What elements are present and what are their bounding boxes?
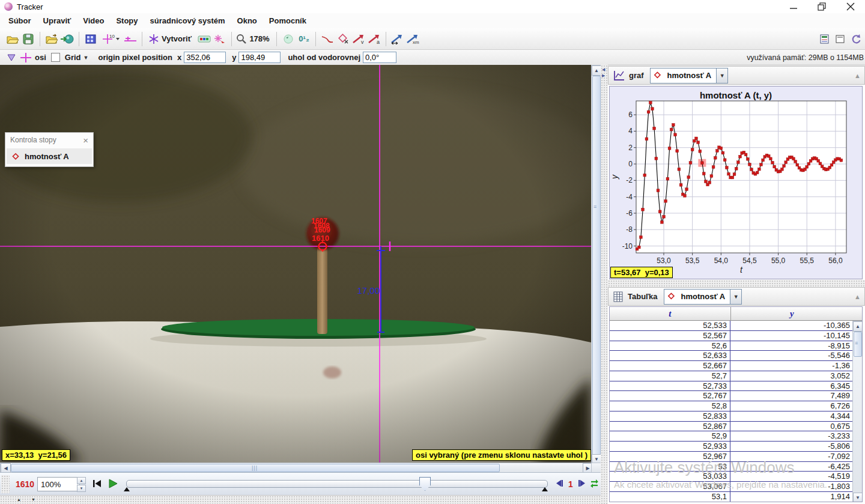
point-mass-visibility-button[interactable]	[281, 31, 296, 47]
table-scroll-thumb[interactable]: ≡	[854, 332, 862, 357]
table-row[interactable]: 52,7336,345	[610, 381, 862, 392]
table-row[interactable]: 52,667-1,36	[610, 361, 862, 371]
scroll-up-arrow[interactable]: ▲	[592, 65, 601, 76]
main-splitter[interactable]: ◀ ▶	[601, 65, 608, 504]
notes-button[interactable]	[817, 31, 833, 47]
bottom-splitter[interactable]: ▲ ▼	[0, 495, 601, 504]
frame-slider-thumb[interactable]	[419, 477, 431, 491]
menu-item-1[interactable]: Upraviť	[37, 14, 77, 27]
grid-dropdown-arrow[interactable]: ▼	[83, 55, 89, 61]
table-row[interactable]: 52,9-3,233	[610, 431, 862, 442]
track-diamond-icon	[653, 71, 665, 80]
menu-item-5[interactable]: Okno	[231, 14, 263, 27]
splitter-collapse-left-arrow[interactable]: ◀	[602, 67, 605, 72]
spinner-down-arrow[interactable]: ▼	[77, 485, 86, 492]
step-back-button[interactable]	[554, 478, 565, 489]
splitter-collapse-right-arrow[interactable]: ▶	[602, 73, 605, 78]
stretch-vectors-button[interactable]	[390, 31, 405, 47]
table-row[interactable]: 53-6,425	[610, 462, 862, 472]
track-filter-button[interactable]	[4, 52, 19, 64]
angle-input[interactable]	[363, 52, 396, 63]
clip-out-marker[interactable]	[542, 487, 548, 491]
close-button[interactable]	[845, 2, 857, 11]
vector-multiply-button[interactable]: xm	[405, 31, 421, 47]
menu-item-2[interactable]: Video	[77, 14, 110, 27]
table-row[interactable]: 52,533-10,365	[610, 321, 862, 331]
table-row[interactable]: 52,933-5,806	[610, 442, 862, 452]
open-library-button[interactable]	[44, 31, 59, 47]
splitter-up-arrow[interactable]: ▲	[17, 497, 21, 502]
step-forward-button[interactable]	[577, 478, 587, 489]
restore-button[interactable]	[817, 2, 829, 11]
open-file-button[interactable]	[5, 31, 20, 47]
frame-slider-track[interactable]	[126, 480, 548, 488]
table-row[interactable]: 52,633-5,546	[610, 351, 862, 361]
graph-track-dropdown[interactable]: hmotnosť A ▼	[650, 68, 729, 83]
column-header-t[interactable]: t	[610, 307, 730, 321]
menu-item-0[interactable]: Súbor	[2, 14, 37, 27]
origin-y-input[interactable]	[238, 52, 281, 63]
create-track-button[interactable]: Vytvoriť	[146, 31, 196, 47]
table-row[interactable]: 52,6-8,915	[610, 341, 862, 351]
scroll-down-arrow[interactable]: ▼	[853, 493, 863, 502]
player-zoom-spinner[interactable]: 100%	[37, 477, 80, 491]
player-grip[interactable]	[1, 475, 10, 493]
svg-text:53,5: 53,5	[685, 257, 700, 265]
loop-button[interactable]	[589, 478, 600, 490]
grid-checkbox[interactable]	[51, 53, 60, 62]
table-collapse-button[interactable]: ▲	[854, 293, 861, 300]
save-button[interactable]	[20, 31, 36, 47]
table-track-dropdown[interactable]: hmotnosť A ▼	[664, 289, 742, 305]
table-row[interactable]: 52,73,052	[610, 371, 862, 381]
menu-item-6[interactable]: Pomocník	[263, 14, 312, 27]
clip-in-marker[interactable]	[124, 487, 130, 491]
minimize-button[interactable]	[788, 4, 800, 11]
positions-button[interactable]	[335, 31, 351, 47]
table-row[interactable]: 52,567-10,145	[610, 331, 862, 341]
track-trails-button[interactable]: 10	[99, 31, 123, 47]
refresh-button[interactable]	[848, 31, 864, 47]
video-vscroll-thumb[interactable]: ≡	[592, 76, 601, 455]
data-window-button[interactable]	[833, 31, 848, 47]
chart-plot[interactable]: 53,053,554,054,555,055,556,06420-2-4-6-8…	[610, 87, 862, 279]
import-data-button[interactable]	[59, 31, 75, 47]
zoom-button[interactable]: 178%	[235, 31, 273, 47]
menu-item-3[interactable]: Stopy	[110, 14, 144, 27]
step-numbers-button[interactable]: 0¹₂	[296, 31, 312, 47]
chevron-down-icon[interactable]: ▼	[730, 290, 741, 304]
velocities-button[interactable]: v	[351, 31, 366, 47]
splitter-down-arrow[interactable]: ▼	[31, 497, 35, 502]
table-row[interactable]: 53,067-1,803	[610, 482, 862, 492]
trails-button[interactable]	[320, 31, 335, 47]
table-row[interactable]: 52,7677,489	[610, 391, 862, 401]
clip-settings-button[interactable]	[83, 31, 99, 47]
video-hscroll-thumb[interactable]: |||	[11, 464, 500, 472]
go-to-start-button[interactable]	[91, 478, 103, 490]
table-row[interactable]: 53,11,914	[610, 492, 862, 502]
origin-x-input[interactable]	[184, 52, 226, 63]
scroll-up-arrow[interactable]: ▲	[853, 321, 863, 332]
chevron-down-icon[interactable]: ▼	[716, 68, 727, 83]
scroll-left-arrow[interactable]: ◀	[1, 463, 11, 473]
table-row[interactable]: 52,86,726	[610, 401, 862, 411]
calibration-stick-button[interactable]	[123, 31, 138, 47]
accelerations-button[interactable]: a	[366, 31, 382, 47]
table-row[interactable]: 52,8334,344	[610, 411, 862, 422]
table-row[interactable]: 53,033-4,519	[610, 472, 862, 482]
close-icon[interactable]: ×	[83, 135, 88, 145]
menu-item-4[interactable]: súradnicový systém	[144, 14, 231, 27]
play-button[interactable]	[107, 478, 119, 490]
spinner-up-arrow[interactable]: ▲	[77, 477, 86, 484]
step-size-value[interactable]: 1	[568, 479, 573, 489]
track-diamond-icon	[667, 293, 679, 301]
track-item[interactable]: hmotnosť A	[7, 148, 92, 164]
graph-collapse-button[interactable]: ▲	[854, 72, 861, 79]
graph-table-splitter[interactable]	[608, 280, 865, 287]
table-row[interactable]: 52,8670,675	[610, 422, 862, 432]
table-scrollbar[interactable]: ▲ ≡ ▼	[852, 321, 863, 502]
svg-text:-6: -6	[626, 209, 633, 217]
table-row[interactable]: 52,967-7,092	[610, 452, 862, 462]
clip-frames-button[interactable]	[196, 31, 212, 47]
angle-units-button[interactable]	[212, 31, 228, 47]
column-header-y[interactable]: y	[730, 307, 854, 321]
